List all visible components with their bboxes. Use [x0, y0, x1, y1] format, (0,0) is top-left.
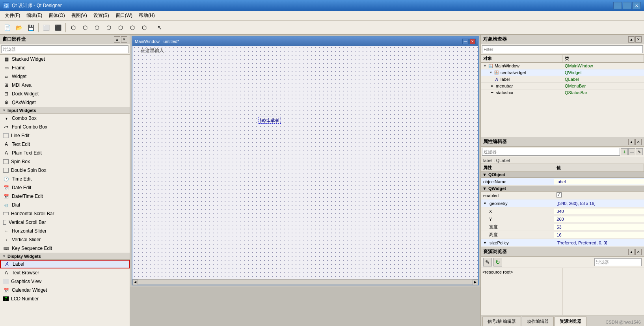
layout-grid-button[interactable]: ⬡: [91, 22, 102, 33]
prop-val-y[interactable]: 260: [554, 216, 644, 222]
menu-form[interactable]: 窗体(O): [45, 11, 68, 20]
menu-edit[interactable]: 编辑(E): [23, 11, 45, 20]
widget-filter-input[interactable]: [1, 45, 128, 53]
new-button[interactable]: 📄: [2, 22, 13, 33]
resource-browser-close-btn[interactable]: ✕: [635, 249, 642, 255]
widget-item-keyseq[interactable]: ⌨ Key Sequence Edit: [0, 244, 130, 253]
section-qwidget[interactable]: ▼ QWidget: [481, 186, 644, 192]
widget-item-timeedit[interactable]: 🕐 Time Edit: [0, 175, 130, 183]
tab-action-editor[interactable]: 动作编辑器: [522, 317, 554, 326]
widget-item-datetimeedit[interactable]: 📅 Date/Time Edit: [0, 192, 130, 201]
category-display-widgets[interactable]: ▼ Display Widgets: [0, 253, 130, 260]
widget-item-textedit[interactable]: A Text Edit: [0, 140, 130, 149]
widget-item-vslider[interactable]: ↕ Vertical Slider: [0, 235, 130, 244]
expand-arrow-sizepolicy[interactable]: ▼: [483, 241, 487, 245]
prop-val-objectname[interactable]: label: [554, 179, 644, 184]
paste-button[interactable]: ⬛: [52, 22, 63, 33]
menu-help[interactable]: 帮助(H): [136, 11, 158, 20]
widget-item-label[interactable]: A Label: [0, 260, 130, 268]
obj-inspector-float-btn[interactable]: ▲: [628, 36, 635, 43]
widget-item-plaintextedit[interactable]: A Plain Text Edit: [0, 149, 130, 157]
obj-row-centralwidget[interactable]: ▼ 🪟 centralwidget QWidget: [481, 69, 644, 76]
widget-item-combobox[interactable]: ▾ Combo Box: [0, 114, 130, 123]
prop-editor-float-btn[interactable]: ▲: [628, 139, 635, 145]
canvas-content[interactable]: 在这里输入 textLabel: [132, 46, 478, 279]
expand-arrow-geometry[interactable]: ▼: [483, 201, 487, 205]
prop-filter-input[interactable]: [482, 148, 620, 156]
enabled-checkbox[interactable]: [557, 192, 562, 197]
prop-add-btn[interactable]: +: [621, 148, 628, 155]
minimize-button[interactable]: —: [613, 2, 622, 9]
widget-item-vscrollbar[interactable]: Vertical Scroll Bar: [0, 218, 130, 227]
hscroll-left-btn[interactable]: ◀: [132, 279, 138, 285]
prop-val-height[interactable]: 16: [554, 232, 644, 238]
section-qobject[interactable]: ▼ QObject: [481, 172, 644, 178]
resource-filter-input[interactable]: [594, 258, 642, 266]
prop-remove-btn[interactable]: —: [628, 148, 635, 155]
layout-break-button[interactable]: ⬡: [115, 22, 126, 33]
widget-item-dateedit[interactable]: 📅 Date Edit: [0, 183, 130, 192]
widget-item-doublespinbox[interactable]: Double Spin Box: [0, 166, 130, 175]
menu-settings[interactable]: 设置(S): [90, 11, 112, 20]
hscroll-track[interactable]: [138, 280, 473, 284]
obj-filter-input[interactable]: [482, 45, 643, 53]
sub-win-minimize[interactable]: —: [462, 39, 469, 44]
obj-inspector-close-btn[interactable]: ✕: [635, 36, 642, 43]
widget-box-close-btn[interactable]: ✕: [121, 36, 127, 43]
obj-row-menubar[interactable]: ≡ menubar QMenuBar: [481, 83, 644, 89]
widget-item-dock[interactable]: ⊟ Dock Widget: [0, 89, 130, 98]
widget-box-float-btn[interactable]: ▲: [114, 36, 120, 43]
prop-editor-close-btn[interactable]: ✕: [635, 139, 642, 145]
widget-item-calendar[interactable]: 📅 Calendar Widget: [0, 286, 130, 294]
save-button[interactable]: 💾: [25, 22, 36, 33]
text-label-widget[interactable]: textLabel: [259, 117, 281, 124]
widget-item-stacked[interactable]: ▦ Stacked Widget: [0, 55, 130, 63]
prop-val-enabled[interactable]: [554, 192, 644, 199]
res-edit-btn[interactable]: ✎: [483, 258, 492, 266]
widget-item-widget[interactable]: ▱ Widget: [0, 72, 130, 81]
tab-signal-slot[interactable]: 信号/槽 编辑器: [482, 317, 521, 326]
prop-label-enabled: enabled: [483, 193, 499, 198]
layout-spacer-button[interactable]: ⬡: [139, 22, 150, 33]
hscroll-right-btn[interactable]: ▶: [473, 279, 478, 285]
widget-item-frame[interactable]: ▭ Frame: [0, 63, 130, 72]
menu-view[interactable]: 视图(V): [68, 11, 90, 20]
obj-row-mainwindow[interactable]: ▼ 🪟 MainWindow QMainWindow: [481, 63, 644, 69]
widget-item-lineedit[interactable]: Line Edit: [0, 131, 130, 140]
widget-item-label: Line Edit: [11, 133, 30, 138]
res-refresh-btn[interactable]: ↻: [493, 258, 502, 266]
prop-edit-btn[interactable]: ✎: [636, 148, 643, 155]
widget-item-fontcombo[interactable]: A▾ Font Combo Box: [0, 123, 130, 131]
layout-v-button[interactable]: ⬡: [80, 22, 91, 33]
tab-resource-browser[interactable]: 资源浏览器: [555, 317, 586, 326]
menu-file[interactable]: 文件(F): [2, 11, 23, 20]
category-input-widgets[interactable]: ▼ Input Widgets: [0, 107, 130, 114]
layout-adj-button[interactable]: ⬡: [127, 22, 138, 33]
widget-item-hslider[interactable]: ↔ Horizontal Slider: [0, 227, 130, 235]
layout-h-button[interactable]: ⬡: [68, 22, 79, 33]
widget-item-graphicsview[interactable]: Graphics View: [0, 277, 130, 286]
obj-row-label[interactable]: A label QLabel: [481, 76, 644, 83]
widget-item-textbrowser[interactable]: A Text Browser: [0, 268, 130, 277]
copy-button[interactable]: ⬜: [41, 22, 52, 33]
pointer-tool[interactable]: ↖: [154, 22, 165, 33]
sub-win-close[interactable]: ✕: [469, 39, 476, 44]
widget-item-mdi[interactable]: ⊞ MDI Area: [0, 81, 130, 89]
prop-val-x[interactable]: 340: [554, 209, 644, 214]
expand-arrow-centralwidget[interactable]: ▼: [489, 71, 493, 75]
expand-arrow-mainwindow[interactable]: ▼: [483, 64, 487, 68]
widget-item-qax[interactable]: ⚙ QAxWidget: [0, 98, 130, 107]
maximize-button[interactable]: □: [623, 2, 631, 9]
layout-form-button[interactable]: ⬡: [103, 22, 114, 33]
open-button[interactable]: 📂: [13, 22, 24, 33]
resource-browser-float-btn[interactable]: ▲: [628, 249, 635, 255]
widget-item-dial[interactable]: ◎ Dial: [0, 201, 130, 209]
widget-item-spinbox[interactable]: Spin Box: [0, 157, 130, 166]
widget-item-lcdnumber[interactable]: 7 LCD Number: [0, 294, 130, 303]
widget-item-hscrollbar[interactable]: Horizontal Scroll Bar: [0, 209, 130, 218]
obj-row-statusbar[interactable]: ━ statusbar QStatusBar: [481, 89, 644, 96]
close-button[interactable]: ✕: [632, 2, 641, 9]
menu-window[interactable]: 窗口(W): [112, 11, 136, 20]
prop-val-width[interactable]: 53: [554, 224, 644, 230]
widget-item-label: Spin Box: [11, 159, 30, 164]
